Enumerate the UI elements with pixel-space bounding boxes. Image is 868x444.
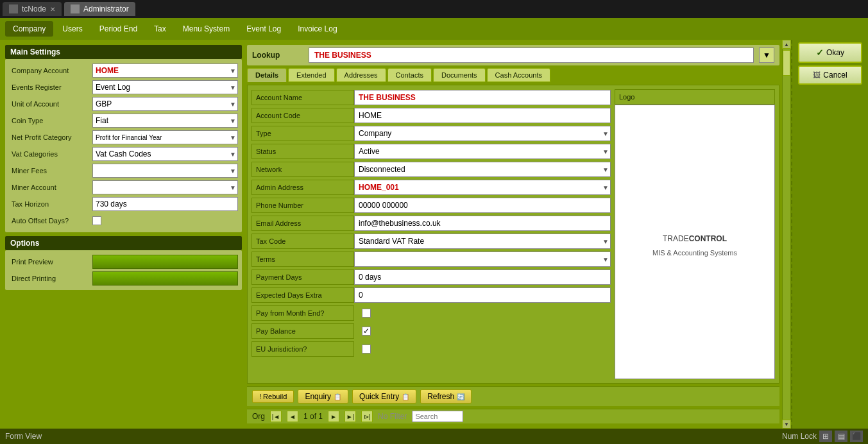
administrator-icon bbox=[71, 4, 80, 13]
input-tax-horizon[interactable]: 730 days bbox=[92, 197, 238, 211]
input-miner-fees[interactable]: ▼ bbox=[92, 164, 238, 178]
label-payment-days: Payment Days bbox=[251, 269, 354, 285]
tab-administrator[interactable]: Administrator bbox=[64, 2, 135, 16]
nav-end-button[interactable]: ⊳| bbox=[361, 411, 373, 422]
tab-tcnode[interactable]: tcNode ✕ bbox=[3, 2, 62, 16]
label-account-code: Account Code bbox=[251, 108, 354, 123]
value-account-name[interactable]: THE BUSINESS bbox=[354, 90, 611, 105]
status-icon-3[interactable]: ⬛ bbox=[850, 431, 863, 442]
label-pay-from-month-end: Pay from Month End? bbox=[251, 305, 354, 321]
lookup-label: Lookup bbox=[252, 51, 303, 60]
arrow-net-profit-category: ▼ bbox=[230, 134, 236, 141]
nav-first-button[interactable]: |◄ bbox=[270, 411, 282, 422]
value-type[interactable]: Company ▼ bbox=[354, 126, 611, 141]
status-icon-2[interactable]: ▤ bbox=[835, 431, 847, 442]
menu-users[interactable]: Users bbox=[55, 21, 90, 37]
value-tax-code[interactable]: Standard VAT Rate ▼ bbox=[354, 234, 611, 249]
status-bar: Form View Num Lock ⊞ ▤ ⬛ bbox=[0, 429, 868, 444]
value-expected-days-extra[interactable]: 0 bbox=[354, 287, 611, 303]
menu-company[interactable]: Company bbox=[5, 21, 53, 37]
checkbox-eu-jurisdiction[interactable] bbox=[362, 345, 371, 354]
status-icon-1[interactable]: ⊞ bbox=[819, 431, 832, 442]
scroll-track[interactable] bbox=[783, 49, 790, 420]
field-auto-offset-days: Auto Offset Days? bbox=[9, 213, 238, 228]
lookup-dropdown-arrow[interactable]: ▼ bbox=[759, 47, 774, 63]
value-terms[interactable]: ▼ bbox=[354, 252, 611, 267]
logo-content: TRADECONTROL MIS & Accounting Systems bbox=[615, 105, 775, 379]
scroll-up-button[interactable]: ▲ bbox=[782, 40, 791, 49]
scroll-down-button[interactable]: ▼ bbox=[782, 420, 791, 429]
tab-extended[interactable]: Extended bbox=[288, 68, 334, 82]
input-coin-type[interactable]: Fiat ▼ bbox=[92, 114, 238, 128]
nav-last-button[interactable]: ►| bbox=[345, 411, 356, 422]
value-network[interactable]: Disconnected ▼ bbox=[354, 162, 611, 177]
value-status[interactable]: Active ▼ bbox=[354, 144, 611, 159]
menu-event-log[interactable]: Event Log bbox=[239, 21, 289, 37]
label-type: Type bbox=[251, 126, 354, 141]
lookup-input[interactable]: THE BUSINESS bbox=[309, 47, 754, 63]
row-status: Status Active ▼ bbox=[251, 143, 611, 160]
nav-next-button[interactable]: ► bbox=[328, 411, 339, 422]
tabs-bar: Details Extended Addresses Contacts Docu… bbox=[247, 68, 779, 82]
value-payment-days[interactable]: 0 days bbox=[354, 269, 611, 285]
label-expected-days-extra: Expected Days Extra bbox=[251, 287, 354, 303]
tab-documents[interactable]: Documents bbox=[433, 68, 486, 82]
nav-prev-button[interactable]: ◄ bbox=[287, 411, 298, 422]
row-pay-from-month-end: Pay from Month End? bbox=[251, 305, 611, 321]
tab-addresses[interactable]: Addresses bbox=[336, 68, 386, 82]
input-direct-printing[interactable] bbox=[92, 271, 238, 286]
input-print-preview[interactable] bbox=[92, 255, 238, 269]
nav-search-input[interactable] bbox=[412, 411, 463, 422]
row-eu-jurisdiction: EU Jurisdiction? bbox=[251, 341, 611, 357]
okay-icon: ✓ bbox=[816, 47, 824, 58]
input-net-profit-category[interactable]: Profit for Financial Year ▼ bbox=[92, 130, 238, 144]
menu-menu-system[interactable]: Menu System bbox=[175, 21, 237, 37]
input-events-register[interactable]: Event Log ▼ bbox=[92, 80, 238, 94]
arrow-tax-code: ▼ bbox=[602, 238, 609, 245]
row-expected-days-extra: Expected Days Extra 0 bbox=[251, 287, 611, 303]
refresh-button[interactable]: Refresh 🔄 bbox=[420, 389, 472, 404]
label-unit-of-account: Unit of Account bbox=[9, 99, 92, 109]
input-miner-account[interactable]: ▼ bbox=[92, 180, 238, 194]
label-pay-balance: Pay Balance bbox=[251, 323, 354, 339]
scrollbar: ▲ ▼ bbox=[782, 40, 791, 429]
label-tax-horizon: Tax Horizon bbox=[9, 199, 92, 209]
menu-invoice-log[interactable]: Invoice Log bbox=[290, 21, 345, 37]
enquiry-button[interactable]: Enquiry 📋 bbox=[298, 389, 348, 404]
menu-period-end[interactable]: Period End bbox=[92, 21, 145, 37]
cancel-button[interactable]: 🖼 Cancel bbox=[798, 65, 862, 85]
input-unit-of-account[interactable]: GBP ▼ bbox=[92, 97, 238, 111]
okay-button[interactable]: ✓ Okay bbox=[798, 42, 862, 63]
scroll-thumb[interactable] bbox=[783, 50, 790, 76]
tab-contacts[interactable]: Contacts bbox=[387, 68, 432, 82]
arrow-vat-categories: ▼ bbox=[230, 151, 236, 158]
nav-org-label: Org bbox=[252, 412, 265, 421]
arrow-company-account: ▼ bbox=[230, 67, 236, 74]
value-admin-address[interactable]: HOME_001 ▼ bbox=[354, 180, 611, 195]
label-direct-printing: Direct Printing bbox=[9, 273, 92, 284]
tab-details[interactable]: Details bbox=[247, 68, 287, 82]
checkbox-pay-from-month-end[interactable] bbox=[362, 309, 371, 318]
field-tax-horizon: Tax Horizon 730 days bbox=[9, 196, 238, 212]
quick-entry-icon: 📋 bbox=[402, 393, 409, 400]
field-coin-type: Coin Type Fiat ▼ bbox=[9, 113, 238, 128]
row-terms: Terms ▼ bbox=[251, 251, 611, 268]
label-network: Network bbox=[251, 162, 354, 177]
rebuild-button[interactable]: ! Rebuild bbox=[252, 390, 294, 403]
options-header: Options bbox=[5, 236, 242, 250]
value-phone-number[interactable]: 00000 000000 bbox=[354, 198, 611, 213]
label-miner-account: Miner Account bbox=[9, 182, 92, 192]
row-tax-code: Tax Code Standard VAT Rate ▼ bbox=[251, 233, 611, 250]
tab-cash-accounts[interactable]: Cash Accounts bbox=[487, 68, 550, 82]
quick-entry-button[interactable]: Quick Entry 📋 bbox=[352, 389, 416, 404]
label-email-address: Email Address bbox=[251, 216, 354, 231]
detail-form: Account Name THE BUSINESS Account Code H… bbox=[251, 89, 611, 379]
input-company-account[interactable]: HOME ▼ bbox=[92, 64, 238, 78]
value-account-code[interactable]: HOME bbox=[354, 108, 611, 123]
value-email-address[interactable]: info@thebusiness.co.uk bbox=[354, 216, 611, 231]
input-vat-categories[interactable]: Vat Cash Codes ▼ bbox=[92, 147, 238, 161]
close-tcnode[interactable]: ✕ bbox=[50, 6, 55, 13]
checkbox-auto-offset-days[interactable] bbox=[92, 216, 101, 225]
checkbox-pay-balance[interactable]: ✓ bbox=[362, 327, 371, 336]
menu-tax[interactable]: Tax bbox=[146, 21, 174, 37]
